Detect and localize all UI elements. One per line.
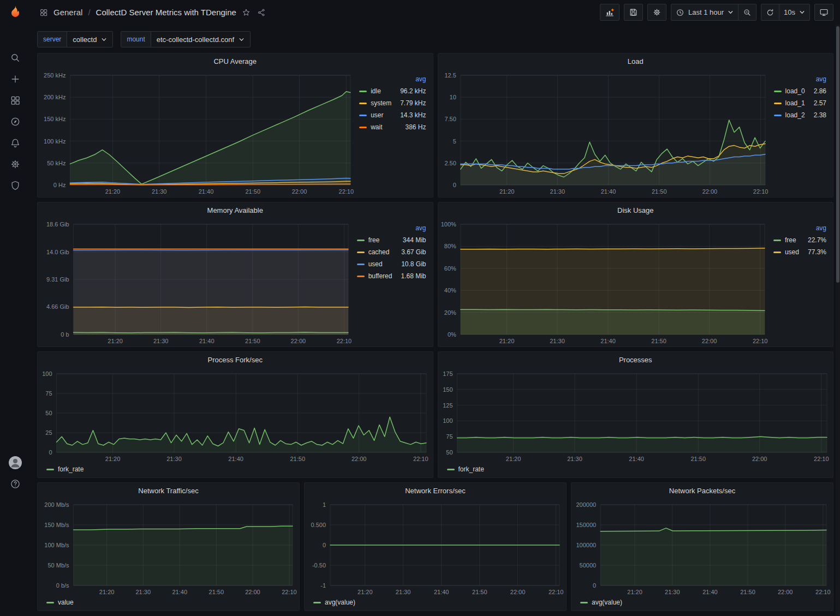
- legend-item-wait[interactable]: wait: [359, 123, 391, 131]
- legend-item-idle[interactable]: idle: [359, 87, 391, 95]
- legend-item-load_2[interactable]: load_2: [774, 111, 805, 119]
- svg-text:22:00: 22:00: [352, 456, 367, 462]
- chart-load[interactable]: 02.5057.501012.521:2021:3021:4021:5022:0…: [438, 69, 772, 197]
- chart-cpu-average[interactable]: 0 Hz50 kHz100 kHz150 kHz200 kHz250 kHz21…: [38, 69, 357, 197]
- alerting-icon[interactable]: [4, 132, 26, 153]
- legend-item-value[interactable]: value: [46, 599, 74, 606]
- chart-svg: 0 b/s50 Mb/s100 Mb/s150 Mb/s200 Mb/s21:2…: [38, 498, 299, 597]
- chart-network-errors[interactable]: -1-0.5000.500121:2021:3021:4021:5022:002…: [305, 498, 566, 597]
- variable-mount[interactable]: mount etc-collectd-collectd.conf: [121, 31, 251, 47]
- variables-row: server collectd mount etc-collectd-colle…: [31, 25, 840, 53]
- variable-value-dropdown[interactable]: collectd: [67, 32, 112, 47]
- save-dashboard-button[interactable]: [624, 4, 643, 21]
- grafana-logo[interactable]: [0, 0, 31, 25]
- legend-item-free[interactable]: free: [357, 236, 392, 244]
- svg-text:18.6 Gib: 18.6 Gib: [46, 221, 69, 228]
- user-avatar[interactable]: [4, 452, 26, 473]
- legend-item-load_0[interactable]: load_0: [774, 87, 805, 95]
- legend-item-free[interactable]: free: [773, 236, 799, 244]
- svg-text:0.500: 0.500: [311, 522, 326, 528]
- cycle-view-button[interactable]: [814, 4, 833, 21]
- explore-icon[interactable]: [4, 111, 26, 132]
- legend-value: 96.2 kHz: [400, 87, 426, 95]
- legend-item-used[interactable]: used: [773, 248, 799, 256]
- help-icon[interactable]: [4, 473, 26, 494]
- legend-value: 386 Hz: [405, 123, 426, 131]
- legend-item-system[interactable]: system: [359, 99, 391, 107]
- panel-title[interactable]: Network Traffic/sec: [38, 483, 299, 498]
- legend-item-used[interactable]: used: [357, 260, 392, 268]
- panel-title[interactable]: Processes: [438, 352, 833, 367]
- panel-title[interactable]: Network Packets/sec: [571, 483, 833, 498]
- svg-text:21:50: 21:50: [245, 338, 260, 344]
- variable-value-dropdown[interactable]: etc-collectd-collectd.conf: [151, 32, 250, 47]
- panel-title[interactable]: CPU Average: [38, 53, 433, 69]
- legend-item-user[interactable]: user: [359, 111, 391, 119]
- chart-process-fork[interactable]: 025507510021:2021:3021:4021:5022:0022:10: [38, 367, 433, 464]
- panel-title[interactable]: Process Fork/sec: [38, 352, 433, 367]
- scrollbar-thumb[interactable]: [836, 26, 839, 283]
- legend-item-avg(value)[interactable]: avg(value): [580, 599, 622, 606]
- panel-title[interactable]: Memory Available: [38, 202, 433, 218]
- panel-title[interactable]: Load: [438, 53, 833, 69]
- chart-disk-usage[interactable]: 0%20%40%60%80%100%21:2021:3021:4021:5022…: [438, 218, 771, 346]
- legend-item-fork_rate[interactable]: fork_rate: [447, 465, 484, 473]
- variable-server[interactable]: server collectd: [37, 31, 113, 47]
- svg-text:100 kHz: 100 kHz: [44, 138, 65, 145]
- panel-network-errors: Network Errors/sec -1-0.5000.500121:2021…: [304, 482, 567, 611]
- chart-memory-available[interactable]: 0 b4.66 Gib9.31 Gib14.0 Gib18.6 Gib21:20…: [38, 218, 355, 346]
- grid-icon[interactable]: [38, 7, 49, 18]
- svg-text:21:20: 21:20: [627, 589, 642, 595]
- chart-svg: 025507510021:2021:3021:4021:5022:0022:10: [38, 367, 433, 464]
- shield-icon[interactable]: [4, 175, 26, 196]
- refresh-interval-dropdown[interactable]: 10s: [779, 4, 810, 21]
- svg-text:21:20: 21:20: [105, 188, 121, 195]
- chart-svg: 0 b4.66 Gib9.31 Gib14.0 Gib18.6 Gib21:20…: [38, 218, 355, 346]
- share-icon[interactable]: [256, 7, 267, 18]
- svg-text:22:00: 22:00: [702, 188, 717, 195]
- legend-item-buffered[interactable]: buffered: [357, 272, 392, 280]
- chart-network-traffic[interactable]: 0 b/s50 Mb/s100 Mb/s150 Mb/s200 Mb/s21:2…: [38, 498, 299, 597]
- add-panel-button[interactable]: [600, 4, 619, 21]
- svg-text:1: 1: [323, 501, 326, 508]
- svg-text:0: 0: [49, 449, 52, 456]
- svg-text:21:30: 21:30: [166, 456, 182, 462]
- legend-item-fork_rate[interactable]: fork_rate: [46, 465, 84, 473]
- dashboard-settings-button[interactable]: [647, 4, 666, 21]
- svg-text:0: 0: [452, 182, 456, 188]
- refresh-button[interactable]: [761, 4, 779, 21]
- legend-item-cached[interactable]: cached: [357, 248, 392, 256]
- scrollbar-track[interactable]: [836, 25, 840, 616]
- legend-value: 2.57: [814, 99, 826, 107]
- svg-text:21:40: 21:40: [600, 338, 616, 344]
- legend-swatch: [774, 91, 782, 92]
- legend-value: 344 Mib: [403, 236, 426, 244]
- svg-text:50 kHz: 50 kHz: [47, 160, 65, 166]
- chart-processes[interactable]: 507510012515017521:2021:3021:4021:5022:0…: [438, 367, 833, 464]
- save-icon: [629, 8, 638, 17]
- svg-text:100: 100: [443, 417, 452, 424]
- panel-title[interactable]: Network Errors/sec: [305, 483, 566, 498]
- svg-text:21:30: 21:30: [152, 188, 167, 195]
- search-icon[interactable]: [4, 47, 26, 68]
- chart-network-packets[interactable]: 05000010000015000020000021:2021:3021:402…: [571, 498, 833, 597]
- legend-item-avg(value)[interactable]: avg(value): [313, 599, 355, 606]
- svg-text:22:00: 22:00: [291, 338, 306, 344]
- legend-value: 2.38: [814, 111, 826, 119]
- legend-value: 7.79 kHz: [400, 99, 426, 107]
- legend-item-load_1[interactable]: load_1: [774, 99, 805, 107]
- legend-swatch: [359, 127, 367, 128]
- breadcrumb-folder[interactable]: General: [53, 8, 82, 17]
- svg-text:22:10: 22:10: [815, 589, 831, 595]
- plus-icon[interactable]: [4, 68, 26, 89]
- star-icon[interactable]: [241, 7, 252, 18]
- zoom-out-button[interactable]: [738, 4, 756, 21]
- svg-text:21:30: 21:30: [665, 589, 680, 595]
- variable-label: server: [38, 32, 67, 47]
- time-range-picker[interactable]: Last 1 hour: [671, 4, 738, 21]
- dashboards-icon[interactable]: [4, 89, 26, 111]
- svg-text:150 kHz: 150 kHz: [44, 116, 65, 122]
- settings-icon[interactable]: [4, 153, 26, 175]
- panel-title[interactable]: Disk Usage: [438, 202, 833, 218]
- legend-swatch: [359, 91, 367, 92]
